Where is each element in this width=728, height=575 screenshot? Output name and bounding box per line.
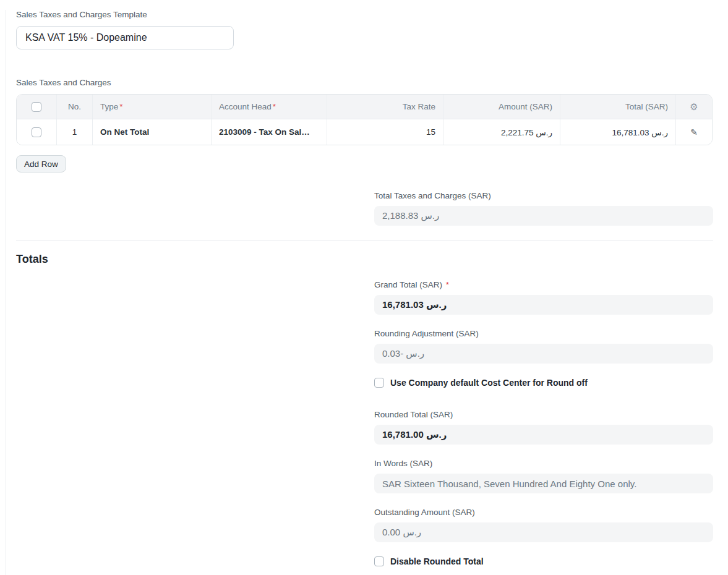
form-page: Sales Taxes and Charges Template Sales T… bbox=[0, 10, 728, 575]
taxes-section: Sales Taxes and Charges Template Sales T… bbox=[16, 10, 713, 226]
required-marker: * bbox=[446, 280, 449, 289]
taxes-grid: No. Type * Account Head * Tax Rate Amoun… bbox=[16, 94, 713, 145]
total-taxes-field-group: Total Taxes and Charges (SAR) 2,188.83 ر… bbox=[374, 191, 713, 226]
row-select-checkbox[interactable] bbox=[32, 127, 41, 137]
in-words-value: SAR Sixteen Thousand, Seven Hundred And … bbox=[374, 474, 713, 493]
outstanding-amount-field-group: Outstanding Amount (SAR) 0.00 ر.س bbox=[374, 508, 713, 542]
row-number-cell[interactable]: 1 bbox=[56, 119, 92, 145]
header-amount: Amount (SAR) bbox=[443, 95, 560, 119]
row-amount-cell[interactable]: 2,221.75 ر.س bbox=[443, 119, 560, 145]
outstanding-amount-label: Outstanding Amount (SAR) bbox=[374, 508, 713, 518]
in-words-field-group: In Words (SAR) SAR Sixteen Thousand, Sev… bbox=[374, 459, 713, 493]
disable-rounded-total-row: Disable Rounded Total bbox=[374, 556, 713, 566]
table-row: 1 On Net Total 2103009 - Tax On Sal… 15 … bbox=[17, 119, 712, 145]
select-all-checkbox[interactable] bbox=[32, 102, 41, 112]
header-settings-cell: ⚙ bbox=[675, 95, 712, 119]
row-account-head-cell[interactable]: 2103009 - Tax On Sal… bbox=[211, 119, 327, 145]
header-type: Type * bbox=[92, 95, 211, 119]
totals-heading: Totals bbox=[16, 252, 713, 266]
header-account-head-label: Account Head bbox=[219, 102, 272, 111]
grand-total-value: 16,781.03 ر.س bbox=[374, 295, 713, 315]
header-tax-rate: Tax Rate bbox=[327, 95, 443, 119]
grand-total-label: Grand Total (SAR) * bbox=[374, 280, 713, 290]
header-no: No. bbox=[56, 95, 92, 119]
rounding-adjustment-label: Rounding Adjustment (SAR) bbox=[374, 329, 713, 339]
row-total-cell[interactable]: 16,781.03 ر.س bbox=[560, 119, 675, 145]
use-company-cost-center-label: Use Company default Cost Center for Roun… bbox=[390, 378, 588, 388]
rounding-adjustment-value: 0.03- ر.س bbox=[374, 344, 713, 364]
required-marker: * bbox=[119, 102, 122, 111]
grand-total-field-group: Grand Total (SAR) * 16,781.03 ر.س bbox=[374, 280, 713, 315]
required-marker: * bbox=[273, 102, 276, 111]
gear-icon[interactable]: ⚙ bbox=[690, 102, 698, 111]
disable-rounded-total-checkbox[interactable] bbox=[374, 556, 384, 566]
use-company-cost-center-row: Use Company default Cost Center for Roun… bbox=[374, 378, 713, 388]
template-name-label: Sales Taxes and Charges Template bbox=[16, 10, 713, 20]
pencil-icon[interactable]: ✎ bbox=[690, 128, 698, 137]
rounding-adjustment-field-group: Rounding Adjustment (SAR) 0.03- ر.س bbox=[374, 329, 713, 364]
use-company-cost-center-checkbox[interactable] bbox=[374, 378, 384, 388]
row-type-cell[interactable]: On Net Total bbox=[92, 119, 211, 145]
taxes-grid-label: Sales Taxes and Charges bbox=[16, 78, 713, 88]
outstanding-amount-value: 0.00 ر.س bbox=[374, 522, 713, 542]
header-account-head: Account Head * bbox=[211, 95, 327, 119]
rounded-total-label: Rounded Total (SAR) bbox=[374, 410, 713, 420]
row-select-cell bbox=[17, 119, 56, 145]
disable-rounded-total-label: Disable Rounded Total bbox=[390, 556, 484, 566]
add-row-button[interactable]: Add Row bbox=[16, 155, 66, 172]
totals-section: Totals Grand Total (SAR) * 16,781.03 ر.س… bbox=[16, 252, 713, 566]
form-column-divider bbox=[6, 10, 6, 575]
header-total: Total (SAR) bbox=[560, 95, 675, 119]
section-separator bbox=[16, 240, 713, 241]
taxes-grid-header: No. Type * Account Head * Tax Rate Amoun… bbox=[17, 95, 712, 119]
rounded-total-field-group: Rounded Total (SAR) 16,781.00 ر.س bbox=[374, 410, 713, 445]
template-name-input[interactable] bbox=[16, 26, 234, 49]
header-type-label: Type bbox=[100, 102, 118, 111]
row-tax-rate-cell[interactable]: 15 bbox=[327, 119, 443, 145]
total-taxes-label: Total Taxes and Charges (SAR) bbox=[374, 191, 713, 201]
header-select-all-cell bbox=[17, 95, 56, 119]
total-taxes-value: 2,188.83 ر.س bbox=[374, 206, 713, 226]
in-words-label: In Words (SAR) bbox=[374, 459, 713, 469]
rounded-total-value: 16,781.00 ر.س bbox=[374, 425, 713, 445]
grand-total-label-text: Grand Total (SAR) bbox=[374, 280, 442, 289]
row-edit-cell: ✎ bbox=[675, 119, 712, 145]
